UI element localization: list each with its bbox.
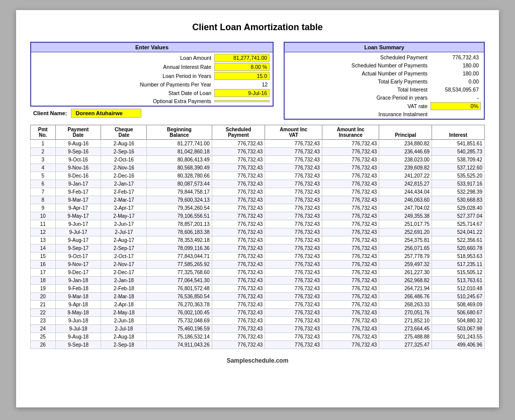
- table-cell: 3: [31, 156, 56, 164]
- table-cell: 244,434.04: [379, 188, 432, 196]
- table-cell: 2-Jan-17: [101, 180, 147, 188]
- table-cell: 776,732.43: [265, 309, 322, 317]
- table-cell: 17: [31, 269, 56, 277]
- table-cell: 77,325,768.60: [147, 269, 212, 277]
- table-cell: 9-Sep-16: [55, 148, 101, 156]
- table-row: 229-May-182-May-1876,002,100.45776,732.4…: [31, 309, 485, 317]
- table-cell: 776,732.43: [322, 293, 379, 301]
- table-cell: 9-Jul-17: [55, 228, 101, 236]
- enter-values-label: Loan Period in Years: [34, 73, 214, 79]
- table-cell: 9-Oct-17: [55, 253, 101, 261]
- table-cell: 15: [31, 253, 56, 261]
- table-cell: 776,732.43: [212, 188, 265, 196]
- table-row: 139-Aug-172-Aug-1778,353,492.18776,732.4…: [31, 236, 485, 244]
- table-cell: 80,568,390.49: [147, 164, 212, 172]
- enter-values-row: Start Date of Loan 9-Jul-16: [31, 89, 273, 98]
- table-cell: 9-Mar-17: [55, 196, 101, 204]
- table-cell: 776,732.43: [322, 236, 379, 244]
- table-cell: 776,732.43: [265, 180, 322, 188]
- table-cell: 776,732.43: [322, 212, 379, 220]
- table-cell: 2-Oct-16: [101, 156, 147, 164]
- table-cell: 776,732.43: [322, 317, 379, 325]
- table-cell: 9-Feb-17: [55, 188, 101, 196]
- table-cell: 2-Sep-17: [101, 244, 147, 253]
- table-cell: 246,063.60: [379, 196, 432, 204]
- table-cell: 12: [31, 228, 56, 236]
- table-cell: 9-Jun-18: [55, 317, 101, 325]
- table-cell: 533,917.16: [432, 180, 485, 188]
- table-cell: 537,122.60: [432, 164, 485, 172]
- table-cell: 776,732.43: [322, 196, 379, 204]
- table-cell: 776,732.43: [212, 236, 265, 244]
- table-cell: 79,106,556.51: [147, 212, 212, 220]
- table-cell: 512,010.48: [432, 285, 485, 293]
- table-cell: 9-May-18: [55, 309, 101, 317]
- table-cell: 776,732.43: [265, 325, 322, 333]
- table-cell: 256,071.65: [379, 244, 432, 253]
- table-cell: 80,806,413.49: [147, 156, 212, 164]
- enter-values-row: Optional Extra Payments: [31, 98, 273, 105]
- table-row: 199-Feb-182-Feb-1876,801,572.48776,732.4…: [31, 285, 485, 293]
- table-cell: 78,857,201.13: [147, 220, 212, 228]
- loan-summary-panel: Loan Summary Scheduled Payment 776,732.4…: [284, 42, 485, 120]
- table-cell: 510,245.67: [432, 293, 485, 301]
- table-cell: 259,497.32: [379, 261, 432, 269]
- table-cell: 9-Nov-17: [55, 261, 101, 269]
- table-cell: 6: [31, 180, 56, 188]
- loan-summary-body: Scheduled Payment 776,732.43 Scheduled N…: [285, 52, 484, 119]
- table-cell: 9-Nov-16: [55, 164, 101, 172]
- table-cell: 75,186,532.14: [147, 333, 212, 341]
- table-cell: 776,732.43: [212, 293, 265, 301]
- table-cell: 776,732.43: [322, 277, 379, 285]
- table-cell: 79,844,758.17: [147, 188, 212, 196]
- enter-values-value: 8.00 %: [214, 63, 270, 71]
- table-cell: 776,732.43: [265, 236, 322, 244]
- table-cell: 776,732.43: [212, 156, 265, 164]
- table-cell: 81,277,741.00: [147, 140, 212, 148]
- table-cell: 2-Jun-17: [101, 220, 147, 228]
- table-row: 59-Dec-162-Dec-1680,328,780.66776,732.43…: [31, 172, 485, 180]
- table-cell: 776,732.43: [322, 220, 379, 228]
- table-cell: 75,732,048.69: [147, 317, 212, 325]
- enter-values-row: Annual Interest Rate 8.00 %: [31, 62, 273, 71]
- table-cell: 517,235.11: [432, 261, 485, 269]
- table-cell: 776,732.43: [265, 156, 322, 164]
- table-cell: 776,732.43: [212, 277, 265, 285]
- table-cell: 776,732.43: [212, 341, 265, 349]
- table-cell: 520,660.78: [432, 244, 485, 253]
- table-cell: 9-Jan-17: [55, 180, 101, 188]
- enter-values-label: Annual Interest Rate: [34, 64, 214, 70]
- enter-values-row: Loan Amount 81,277,741.00: [31, 53, 273, 62]
- table-cell: 234,880.82: [379, 140, 432, 148]
- table-cell: 499,406.96: [432, 341, 485, 349]
- loan-summary-row: Scheduled Payment 776,732.43: [285, 53, 484, 61]
- client-name-value: Doreen Atuhairwe: [71, 109, 141, 118]
- table-cell: 776,732.43: [265, 261, 322, 269]
- table-cell: 2-Apr-18: [101, 301, 147, 309]
- table-cell: 2-Jan-18: [101, 277, 147, 285]
- enter-values-body: Loan Amount 81,277,741.00 Annual Interes…: [31, 52, 273, 106]
- summary-label: Actual Number of Payments: [288, 70, 431, 76]
- table-cell: 24: [31, 325, 56, 333]
- table-row: 169-Nov-172-Nov-1777,585,265.92776,732.4…: [31, 261, 485, 269]
- table-cell: 776,732.43: [212, 196, 265, 204]
- table-cell: 776,732.43: [212, 253, 265, 261]
- table-col-header: BeginningBalance: [147, 125, 212, 140]
- table-row: 149-Sep-172-Sep-1778,099,116.36776,732.4…: [31, 244, 485, 253]
- table-col-header: ScheduledPayment: [212, 125, 265, 140]
- table-col-header: PmtNo.: [31, 125, 56, 140]
- table-cell: 273,664.45: [379, 325, 432, 333]
- table-cell: 776,732.43: [265, 204, 322, 212]
- table-cell: 10: [31, 212, 56, 220]
- table-cell: 13: [31, 236, 56, 244]
- table-cell: 776,732.43: [212, 220, 265, 228]
- table-cell: 2-Sep-18: [101, 341, 147, 349]
- table-row: 89-Mar-172-Mar-1779,600,324.13776,732.43…: [31, 196, 485, 204]
- table-cell: 776,732.43: [265, 301, 322, 309]
- table-cell: 776,732.43: [212, 180, 265, 188]
- table-cell: 2-May-18: [101, 309, 147, 317]
- table-cell: 527,377.04: [432, 212, 485, 220]
- table-cell: 277,325.47: [379, 341, 432, 349]
- table-cell: 776,732.43: [322, 333, 379, 341]
- table-cell: 776,732.43: [322, 261, 379, 269]
